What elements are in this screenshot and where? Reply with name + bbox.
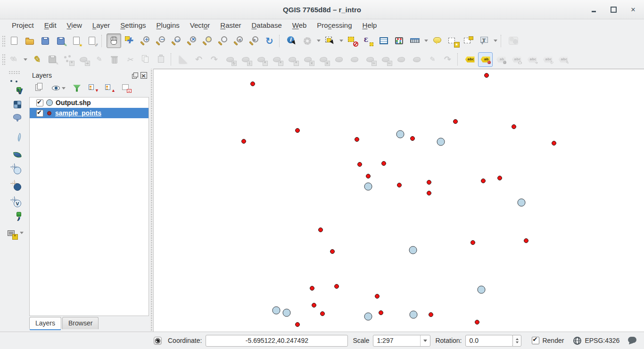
spin-up-icon[interactable] xyxy=(516,337,519,340)
show-hide-labels-button[interactable] xyxy=(509,52,524,67)
split-features-button[interactable]: ✂ xyxy=(363,52,377,67)
layer-visibility-checkbox[interactable] xyxy=(36,110,43,117)
add-mssql-layer-button[interactable] xyxy=(7,143,22,158)
zoom-last-button[interactable] xyxy=(231,33,246,48)
add-wfs-layer-button[interactable] xyxy=(7,193,22,207)
zoom-full-extent-button[interactable] xyxy=(184,33,199,48)
rotate-feature-button[interactable]: ↻ xyxy=(223,52,237,67)
cut-features-button[interactable] xyxy=(123,52,137,67)
add-part-button[interactable]: * xyxy=(269,52,284,67)
add-postgis-layer-button[interactable] xyxy=(7,110,22,125)
tab-layers[interactable]: Layers xyxy=(29,317,61,329)
text-annotation-button[interactable] xyxy=(477,33,491,48)
new-project-button[interactable] xyxy=(7,33,21,48)
reshape-features-button[interactable] xyxy=(331,52,346,67)
undo-button[interactable] xyxy=(191,52,206,67)
menu-database[interactable]: Database xyxy=(247,20,287,31)
current-edits-dropdown[interactable] xyxy=(22,52,28,67)
run-feature-action-button[interactable] xyxy=(300,33,314,48)
close-button[interactable] xyxy=(629,5,637,14)
new-virtual-layer-dropdown[interactable] xyxy=(18,226,25,240)
pan-map-button[interactable] xyxy=(107,33,121,48)
scale-dropdown-icon[interactable] xyxy=(420,335,430,346)
open-project-button[interactable] xyxy=(22,33,37,48)
select-features-dropdown[interactable] xyxy=(338,33,344,48)
map-themes-dropdown[interactable] xyxy=(62,81,66,96)
pan-to-selection-button[interactable] xyxy=(122,33,137,48)
crs-globe-icon[interactable] xyxy=(572,336,582,345)
filter-legend-button[interactable] xyxy=(71,82,83,94)
menu-processing[interactable]: Processing xyxy=(312,20,357,31)
map-tips-button[interactable] xyxy=(430,33,445,48)
run-feature-action-dropdown[interactable] xyxy=(315,33,322,48)
refresh-map-button[interactable] xyxy=(262,33,277,48)
crs-label[interactable]: EPSG:4326 xyxy=(585,337,619,344)
menu-settings[interactable]: Settings xyxy=(115,20,151,31)
maximize-button[interactable] xyxy=(609,5,618,14)
copy-features-button[interactable] xyxy=(138,52,153,67)
simplify-feature-button[interactable]: ↓ xyxy=(238,52,253,67)
manage-map-themes-button[interactable] xyxy=(50,82,66,94)
menu-view[interactable]: View xyxy=(62,20,87,31)
remove-layer-button[interactable] xyxy=(120,82,132,94)
map-canvas[interactable] xyxy=(153,69,644,332)
text-annotation-dropdown[interactable] xyxy=(492,33,498,48)
delete-selected-button[interactable] xyxy=(107,52,122,67)
metasearch-button[interactable] xyxy=(506,33,520,48)
menu-vector[interactable]: Vector xyxy=(185,20,215,31)
statistical-summary-button[interactable] xyxy=(392,33,406,48)
layer-row-sample-points[interactable]: sample_points xyxy=(30,108,149,118)
save-project-as-button[interactable] xyxy=(53,33,68,48)
panel-close-button[interactable] xyxy=(140,72,147,79)
toolbar-drag-handle[interactable] xyxy=(8,71,20,74)
menu-web[interactable]: Web xyxy=(287,20,312,31)
rotate-point-symbols-button[interactable] xyxy=(440,52,455,67)
menu-help[interactable]: Help xyxy=(357,20,382,31)
rotation-input[interactable]: 0.0 xyxy=(465,335,513,347)
toolbar-drag-handle[interactable] xyxy=(2,35,6,47)
zoom-next-button[interactable] xyxy=(247,33,261,48)
layer-labeling-options-button[interactable] xyxy=(462,52,477,67)
redo-button[interactable] xyxy=(207,52,222,67)
merge-attributes-button[interactable] xyxy=(409,52,424,67)
pin-unpin-labels-button[interactable] xyxy=(494,52,508,67)
layer-visibility-checkbox[interactable] xyxy=(36,99,43,106)
zoom-out-button[interactable] xyxy=(153,33,168,48)
add-point-feature-button[interactable]: * xyxy=(60,52,75,67)
save-project-button[interactable] xyxy=(38,33,52,48)
trim-extend-button[interactable] xyxy=(425,52,439,67)
scale-combo[interactable]: 1:297 xyxy=(373,335,430,347)
open-attribute-table-button[interactable] xyxy=(376,33,391,48)
merge-features-button[interactable] xyxy=(394,52,408,67)
messages-icon[interactable] xyxy=(627,336,637,345)
add-raster-layer-button[interactable] xyxy=(7,94,22,108)
save-layer-edits-button[interactable] xyxy=(45,52,59,67)
coordinate-input[interactable]: -5.695122,40.247492 xyxy=(206,335,348,347)
toolbar-drag-handle[interactable] xyxy=(2,54,6,65)
fill-ring-button[interactable]: * xyxy=(285,52,299,67)
add-delimited-text-layer-button[interactable] xyxy=(7,209,22,224)
delete-ring-button[interactable]: × xyxy=(300,52,315,67)
menu-edit[interactable]: Edit xyxy=(39,20,62,31)
show-spatial-bookmarks-button[interactable] xyxy=(461,33,476,48)
add-vector-layer-button[interactable] xyxy=(7,77,22,92)
expand-all-button[interactable] xyxy=(87,82,99,94)
zoom-to-layer-button[interactable] xyxy=(215,33,230,48)
menu-raster[interactable]: Raster xyxy=(215,20,246,31)
menu-project[interactable]: Project xyxy=(7,20,39,31)
select-features-button[interactable] xyxy=(322,33,337,48)
open-layer-styling-button[interactable] xyxy=(33,82,45,94)
layer-row-output[interactable]: Output.shp xyxy=(30,97,149,108)
zoom-in-button[interactable] xyxy=(138,33,152,48)
panel-splitter[interactable] xyxy=(150,69,153,332)
deselect-features-button[interactable] xyxy=(345,33,360,48)
new-virtual-layer-button[interactable]: * xyxy=(4,226,18,240)
add-wcs-layer-button[interactable] xyxy=(7,176,22,191)
identify-features-button[interactable] xyxy=(284,33,299,48)
zoom-native-button[interactable] xyxy=(169,33,183,48)
show-layout-manager-button[interactable] xyxy=(84,33,99,48)
offset-curve-button[interactable] xyxy=(347,52,362,67)
rotation-spinner[interactable] xyxy=(512,335,521,347)
panel-float-button[interactable] xyxy=(131,72,138,79)
measure-dropdown[interactable] xyxy=(423,33,429,48)
